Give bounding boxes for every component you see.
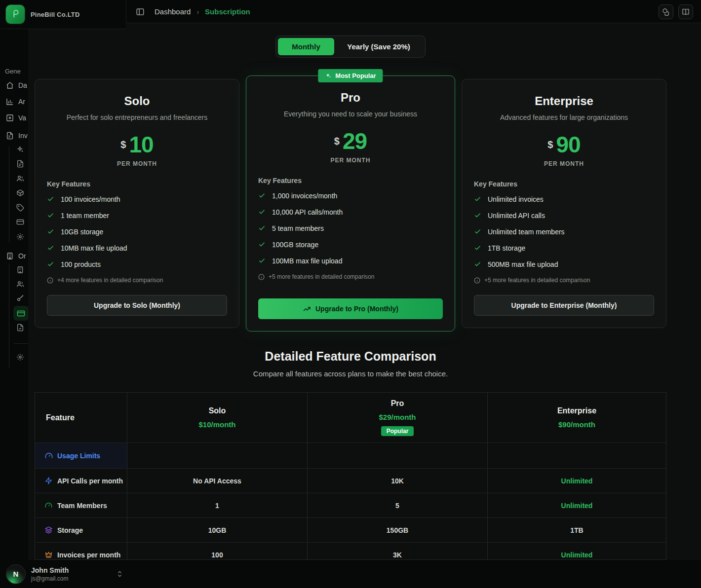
home-icon <box>6 81 14 89</box>
settings-icon <box>16 233 24 241</box>
more-features-text: +4 more features in detailed comparison <box>57 277 163 284</box>
user-menu[interactable]: N John Smith js@gmail.com <box>0 564 123 584</box>
section-label-cell: Usage Limits <box>35 443 127 468</box>
more-features-note: +5 more features in detailed comparison <box>474 277 654 284</box>
sidebar-subitem[interactable] <box>0 145 28 154</box>
column-name: Pro <box>391 399 404 408</box>
row-feature-cell: Storage <box>35 518 127 542</box>
info-icon <box>47 277 53 284</box>
check-icon <box>47 212 54 219</box>
row-feature-label: Team Members <box>57 502 107 510</box>
most-popular-badge: Most Popular <box>318 69 383 82</box>
check-icon <box>47 228 54 235</box>
x-square-icon <box>6 114 14 122</box>
sidebar-subitem[interactable] <box>0 294 28 303</box>
more-features-note: +4 more features in detailed comparison <box>47 277 227 284</box>
row-feature-label: Invoices per month <box>57 551 120 559</box>
sidebar-toggle-button[interactable] <box>134 5 147 18</box>
breadcrumb: Dashboard › Subscription <box>155 7 250 16</box>
feature-item: 100 invoices/month <box>47 191 227 207</box>
comparison-subtitle: Compare all features across plans to mak… <box>35 369 666 378</box>
avatar: N <box>6 564 26 584</box>
sidebar-subitem[interactable] <box>0 265 28 274</box>
column-name: Solo <box>209 406 226 415</box>
section-label: Usage Limits <box>57 452 100 460</box>
sidebar-subitem[interactable] <box>0 232 28 241</box>
sidebar-subitem[interactable] <box>0 218 28 226</box>
upgrade-solo-button[interactable]: Upgrade to Solo (Monthly) <box>47 295 227 316</box>
row-feature-cell: Invoices per month <box>35 543 127 560</box>
toggle-monthly[interactable]: Monthly <box>278 38 334 55</box>
popular-badge: Popular <box>381 426 414 436</box>
sidebar-item-invoices[interactable]: Inv <box>0 131 28 141</box>
cell-pro: 150GB <box>308 518 488 542</box>
info-icon <box>474 277 480 284</box>
feature-text: 1 team member <box>61 212 109 220</box>
check-icon <box>47 244 54 252</box>
sidebar-subitem[interactable] <box>0 174 28 183</box>
feature-item: 100MB max file upload <box>258 253 443 269</box>
file-invoice-icon <box>6 132 14 140</box>
plan-price: $ 90 <box>474 133 654 156</box>
cell-pro: 5 <box>308 493 488 517</box>
info-icon <box>258 274 265 280</box>
sidebar-item-organization[interactable]: Or <box>0 251 28 261</box>
sidebar-header[interactable]: PineBill Co.LTD <box>0 0 126 29</box>
check-icon <box>47 195 54 203</box>
cell-enterprise: Unlimited <box>488 493 666 517</box>
credit-card-icon <box>16 218 24 226</box>
column-solo: Solo $10/month <box>127 393 308 442</box>
sidebar-subitem[interactable] <box>0 159 28 168</box>
sidebar-item-label: Or <box>18 252 26 260</box>
chevrons-up-down-icon[interactable] <box>116 570 123 578</box>
sidebar-subitem-settings[interactable] <box>0 353 28 362</box>
feature-text: 5 team members <box>272 224 324 232</box>
feature-text: Unlimited invoices <box>488 195 544 203</box>
toggle-yearly[interactable]: Yearly (Save 20%) <box>334 42 423 51</box>
row-feature-label: API Calls per month <box>57 477 123 485</box>
sidebar-item-analytics[interactable]: Ar <box>0 97 28 107</box>
key-icon <box>16 294 24 302</box>
sidebar-item-label: Da <box>18 81 27 89</box>
currency-button[interactable] <box>659 4 673 19</box>
feature-text: 10GB storage <box>61 228 103 236</box>
check-icon <box>474 228 481 235</box>
check-icon <box>474 195 481 203</box>
feature-text: 500MB max file upload <box>488 260 558 268</box>
comparison-table: Feature Solo $10/month Pro $29/month Pop… <box>35 392 666 560</box>
sidebar-subitem[interactable] <box>0 323 28 332</box>
price-period: PER MONTH <box>474 160 654 167</box>
user-email: js@gmail.com <box>31 575 69 582</box>
sidebar-item-label: Va <box>18 114 26 122</box>
sidebar-subitem[interactable] <box>0 280 28 289</box>
sidebar-item-label: Inv <box>18 132 28 140</box>
row-feature-cell: API Calls per month <box>35 469 127 493</box>
users-icon <box>16 280 24 288</box>
company-name: PineBill Co.LTD <box>31 11 80 18</box>
check-icon <box>47 260 54 268</box>
crown-icon <box>45 551 52 558</box>
sidebar-item-dashboard[interactable]: Da <box>0 80 28 90</box>
cell-pro: 10K <box>308 469 488 493</box>
check-icon <box>258 241 266 248</box>
sidebar-item-va[interactable]: Va <box>0 113 28 123</box>
sidebar-subitem[interactable] <box>0 203 28 212</box>
breadcrumb-dashboard[interactable]: Dashboard <box>155 7 191 16</box>
section-row-usage-limits: Usage Limits <box>35 443 666 469</box>
file-text-icon <box>16 160 24 168</box>
column-enterprise: Enterprise $90/month <box>488 393 666 442</box>
upgrade-pro-button[interactable]: Upgrade to Pro (Monthly) <box>258 298 443 319</box>
features-label: Key Features <box>474 180 654 188</box>
feature-item: 1TB storage <box>474 240 654 256</box>
check-icon <box>258 257 266 264</box>
plan-price: $ 29 <box>258 130 443 152</box>
feature-text: 100MB max file upload <box>272 257 342 265</box>
price-amount: 10 <box>129 133 153 156</box>
sidebar-subitem[interactable] <box>0 188 28 197</box>
trending-up-icon <box>303 305 311 313</box>
sparkles-icon <box>325 73 331 79</box>
upgrade-enterprise-button[interactable]: Upgrade to Enterprise (Monthly) <box>474 295 654 316</box>
feature-item: Unlimited invoices <box>474 191 654 207</box>
sidebar-subitem-subscription-active[interactable] <box>13 306 28 321</box>
docs-button[interactable] <box>678 4 693 19</box>
